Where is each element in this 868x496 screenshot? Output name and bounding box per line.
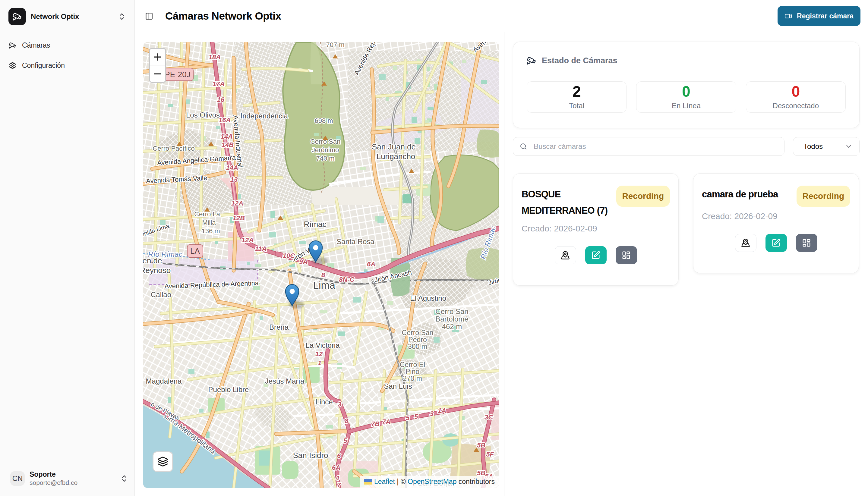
svg-text:740 m: 740 m — [316, 155, 334, 162]
svg-text:5: 5 — [414, 413, 418, 420]
svg-text:12A: 12A — [242, 236, 254, 244]
svg-text:8N-C: 8N-C — [339, 276, 354, 283]
svg-text:Magdalena: Magdalena — [146, 377, 182, 385]
svg-text:270 m: 270 m — [403, 375, 422, 383]
svg-text:16: 16 — [217, 96, 225, 103]
svg-text:8: 8 — [321, 271, 325, 279]
svg-text:14A: 14A — [226, 164, 238, 171]
svg-text:Lima: Lima — [313, 279, 335, 291]
svg-text:5: 5 — [344, 437, 347, 445]
svg-text:12B: 12B — [233, 214, 245, 222]
svg-text:Independencia: Independencia — [240, 112, 288, 120]
svg-text:707 m: 707 m — [326, 42, 344, 48]
svg-text:462 m: 462 m — [442, 322, 462, 330]
svg-text:Santa Rosa: Santa Rosa — [336, 237, 375, 246]
svg-text:12: 12 — [315, 350, 323, 358]
svg-text:PE-20J: PE-20J — [165, 70, 190, 79]
svg-text:5: 5 — [406, 414, 410, 422]
svg-text:13: 13 — [230, 176, 238, 183]
svg-text:San Isidro: San Isidro — [293, 451, 328, 460]
svg-text:18A: 18A — [209, 53, 221, 61]
svg-text:3: 3 — [338, 401, 341, 408]
svg-text:6A: 6A — [332, 464, 340, 471]
svg-text:14A: 14A — [221, 133, 233, 140]
svg-text:300 m: 300 m — [408, 343, 427, 351]
svg-text:Bartolomé: Bartolomé — [435, 315, 468, 323]
svg-text:7: 7 — [337, 481, 341, 488]
svg-text:8: 8 — [345, 417, 349, 424]
svg-text:3C: 3C — [485, 414, 493, 421]
svg-text:Jesús María: Jesús María — [265, 377, 305, 385]
svg-text:14B: 14B — [222, 141, 234, 149]
svg-text:Jerónimo: Jerónimo — [312, 146, 339, 154]
svg-text:11A: 11A — [255, 245, 267, 252]
svg-text:136 m: 136 m — [201, 227, 220, 235]
svg-text:El Agustino: El Agustino — [410, 294, 446, 302]
svg-text:4: 4 — [335, 474, 339, 482]
svg-text:9A: 9A — [299, 258, 307, 265]
svg-text:1: 1 — [318, 359, 321, 367]
svg-text:5F: 5F — [486, 450, 494, 458]
svg-text:Lurigancho: Lurigancho — [377, 152, 415, 161]
svg-text:Breña: Breña — [269, 323, 289, 331]
svg-text:Reynoso: Reynoso — [143, 266, 171, 275]
svg-text:San Juan de: San Juan de — [372, 142, 416, 151]
svg-text:12A: 12A — [231, 200, 243, 207]
svg-text:Río Rímac: Río Rímac — [148, 250, 182, 258]
svg-text:1A: 1A — [438, 407, 446, 414]
svg-text:5B: 5B — [477, 469, 485, 477]
svg-text:3: 3 — [430, 410, 433, 417]
svg-text:Callao: Callao — [151, 291, 171, 299]
svg-text:16A: 16A — [218, 116, 231, 124]
svg-text:Cerro San: Cerro San — [435, 307, 468, 315]
svg-text:6A: 6A — [367, 260, 375, 268]
svg-text:Lince: Lince — [315, 398, 333, 406]
svg-text:17A: 17A — [213, 80, 225, 88]
svg-text:7B: 7B — [371, 420, 380, 428]
svg-text:LA: LA — [190, 247, 200, 255]
svg-text:698 m: 698 m — [315, 117, 333, 124]
svg-text:7A: 7A — [382, 418, 391, 425]
svg-text:10C: 10C — [283, 252, 295, 260]
svg-text:Milla: Milla — [202, 219, 216, 226]
svg-text:6: 6 — [337, 452, 341, 460]
svg-text:Los Olivos: Los Olivos — [186, 111, 220, 119]
svg-text:Pueblo Libre: Pueblo Libre — [208, 385, 249, 393]
svg-text:Cerro Pacífico: Cerro Pacífico — [153, 145, 195, 152]
svg-text:5B: 5B — [477, 441, 485, 449]
svg-text:La Victoria: La Victoria — [306, 341, 340, 349]
svg-text:San Luis: San Luis — [384, 382, 412, 390]
svg-text:Rímac: Rímac — [304, 220, 326, 229]
